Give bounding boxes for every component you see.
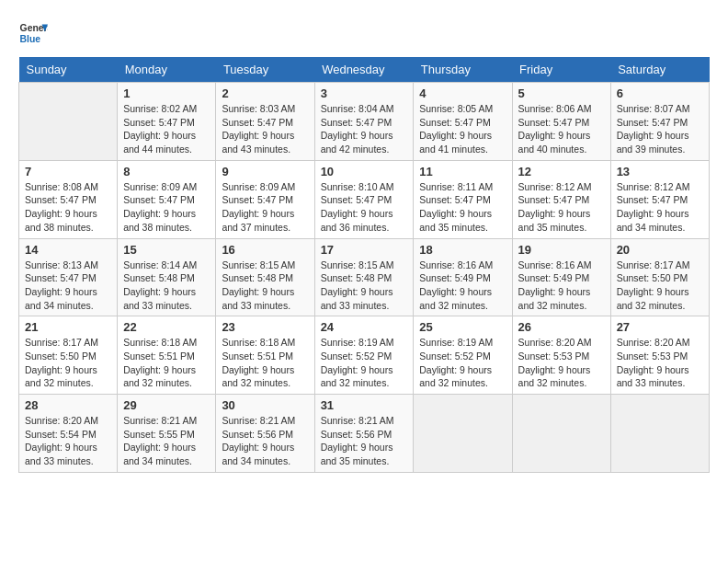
sunrise-label: Sunrise: 8:19 AM (321, 337, 394, 348)
day-info: Sunrise: 8:10 AM Sunset: 5:47 PM Dayligh… (321, 180, 408, 235)
sunset-label: Sunset: 5:53 PM (518, 350, 590, 362)
day-number: 26 (518, 320, 605, 334)
calendar-cell: 7 Sunrise: 8:08 AM Sunset: 5:47 PM Dayli… (19, 160, 118, 238)
sunset-label: Sunset: 5:55 PM (123, 429, 195, 440)
sunrise-label: Sunrise: 8:20 AM (25, 415, 98, 426)
daylight-label: Daylight: 9 hours and 33 minutes. (222, 286, 294, 311)
day-info: Sunrise: 8:13 AM Sunset: 5:47 PM Dayligh… (25, 259, 111, 313)
day-number: 13 (617, 165, 703, 178)
calendar-cell: 26 Sunrise: 8:20 AM Sunset: 5:53 PM Dayl… (512, 316, 610, 395)
sunrise-label: Sunrise: 8:16 AM (518, 259, 592, 270)
day-info: Sunrise: 8:09 AM Sunset: 5:47 PM Dayligh… (222, 180, 308, 235)
day-info: Sunrise: 8:21 AM Sunset: 5:56 PM Dayligh… (222, 414, 308, 468)
sunset-label: Sunset: 5:47 PM (25, 272, 97, 283)
sunset-label: Sunset: 5:47 PM (222, 117, 293, 128)
daylight-label: Daylight: 9 hours and 32 minutes. (321, 364, 393, 389)
sunset-label: Sunset: 5:49 PM (419, 272, 491, 283)
daylight-label: Daylight: 9 hours and 35 minutes. (419, 208, 492, 233)
sunset-label: Sunset: 5:47 PM (617, 194, 688, 205)
sunrise-label: Sunrise: 8:08 AM (25, 181, 98, 192)
day-number: 6 (617, 86, 703, 100)
sunrise-label: Sunrise: 8:05 AM (419, 103, 493, 114)
daylight-label: Daylight: 9 hours and 33 minutes. (617, 364, 689, 389)
day-number: 27 (617, 320, 703, 334)
sunrise-label: Sunrise: 8:16 AM (419, 259, 493, 270)
calendar-cell: 29 Sunrise: 8:21 AM Sunset: 5:55 PM Dayl… (118, 395, 216, 473)
daylight-label: Daylight: 9 hours and 37 minutes. (222, 208, 294, 233)
daylight-label: Daylight: 9 hours and 32 minutes. (419, 286, 492, 311)
day-number: 19 (518, 243, 605, 257)
day-number: 28 (25, 398, 111, 412)
day-info: Sunrise: 8:12 AM Sunset: 5:47 PM Dayligh… (617, 180, 703, 235)
calendar-cell: 21 Sunrise: 8:17 AM Sunset: 5:50 PM Dayl… (19, 316, 118, 395)
day-number: 29 (123, 398, 210, 412)
day-info: Sunrise: 8:04 AM Sunset: 5:47 PM Dayligh… (321, 102, 408, 156)
sunrise-label: Sunrise: 8:07 AM (617, 103, 690, 114)
day-number: 30 (222, 398, 308, 412)
day-info: Sunrise: 8:21 AM Sunset: 5:55 PM Dayligh… (123, 414, 210, 468)
day-header-thursday: Thursday (414, 57, 512, 83)
sunrise-label: Sunrise: 8:12 AM (617, 181, 690, 192)
daylight-label: Daylight: 9 hours and 32 minutes. (518, 286, 591, 311)
day-header-saturday: Saturday (610, 57, 709, 83)
calendar-cell: 20 Sunrise: 8:17 AM Sunset: 5:50 PM Dayl… (610, 238, 709, 316)
sunset-label: Sunset: 5:47 PM (518, 117, 590, 128)
sunrise-label: Sunrise: 8:04 AM (321, 103, 394, 114)
calendar-cell: 25 Sunrise: 8:19 AM Sunset: 5:52 PM Dayl… (414, 316, 512, 395)
calendar-cell: 27 Sunrise: 8:20 AM Sunset: 5:53 PM Dayl… (610, 316, 709, 395)
sunset-label: Sunset: 5:49 PM (518, 272, 590, 283)
day-info: Sunrise: 8:16 AM Sunset: 5:49 PM Dayligh… (419, 259, 506, 313)
sunrise-label: Sunrise: 8:02 AM (123, 103, 197, 114)
sunset-label: Sunset: 5:47 PM (123, 117, 195, 128)
calendar-cell: 24 Sunrise: 8:19 AM Sunset: 5:52 PM Dayl… (314, 316, 414, 395)
calendar-cell (512, 395, 610, 473)
sunrise-label: Sunrise: 8:17 AM (25, 337, 98, 348)
day-header-friday: Friday (512, 57, 610, 83)
daylight-label: Daylight: 9 hours and 41 minutes. (419, 130, 492, 155)
calendar-cell: 14 Sunrise: 8:13 AM Sunset: 5:47 PM Dayl… (19, 238, 118, 316)
day-number: 23 (222, 320, 308, 334)
day-info: Sunrise: 8:19 AM Sunset: 5:52 PM Dayligh… (321, 336, 408, 390)
day-number: 20 (617, 243, 703, 257)
sunrise-label: Sunrise: 8:19 AM (419, 337, 493, 348)
day-number: 12 (518, 165, 605, 178)
day-number: 7 (25, 165, 111, 178)
day-number: 31 (321, 398, 408, 412)
day-info: Sunrise: 8:18 AM Sunset: 5:51 PM Dayligh… (123, 336, 210, 390)
day-number: 3 (321, 86, 408, 100)
sunset-label: Sunset: 5:53 PM (617, 350, 688, 362)
sunset-label: Sunset: 5:56 PM (222, 429, 293, 440)
calendar-cell: 28 Sunrise: 8:20 AM Sunset: 5:54 PM Dayl… (19, 395, 118, 473)
sunrise-label: Sunrise: 8:17 AM (617, 259, 690, 270)
day-info: Sunrise: 8:21 AM Sunset: 5:56 PM Dayligh… (321, 414, 408, 468)
calendar-cell: 1 Sunrise: 8:02 AM Sunset: 5:47 PM Dayli… (118, 83, 216, 161)
daylight-label: Daylight: 9 hours and 38 minutes. (123, 208, 196, 233)
sunset-label: Sunset: 5:54 PM (25, 429, 97, 440)
sunset-label: Sunset: 5:47 PM (321, 117, 392, 128)
day-info: Sunrise: 8:07 AM Sunset: 5:47 PM Dayligh… (617, 102, 703, 156)
day-number: 8 (123, 165, 210, 178)
calendar-cell: 15 Sunrise: 8:14 AM Sunset: 5:48 PM Dayl… (118, 238, 216, 316)
sunset-label: Sunset: 5:47 PM (617, 117, 688, 128)
day-number: 16 (222, 243, 308, 257)
sunrise-label: Sunrise: 8:09 AM (123, 181, 197, 192)
sunset-label: Sunset: 5:56 PM (321, 429, 392, 440)
day-number: 18 (419, 243, 506, 257)
sunset-label: Sunset: 5:47 PM (518, 194, 590, 205)
week-row-2: 14 Sunrise: 8:13 AM Sunset: 5:47 PM Dayl… (19, 238, 710, 316)
logo-icon: General Blue (18, 18, 48, 48)
daylight-label: Daylight: 9 hours and 35 minutes. (518, 208, 591, 233)
calendar-cell: 8 Sunrise: 8:09 AM Sunset: 5:47 PM Dayli… (118, 160, 216, 238)
daylight-label: Daylight: 9 hours and 32 minutes. (222, 364, 294, 389)
sunrise-label: Sunrise: 8:11 AM (419, 181, 493, 192)
day-header-sunday: Sunday (19, 57, 118, 83)
day-number: 22 (123, 320, 210, 334)
sunset-label: Sunset: 5:48 PM (321, 272, 392, 283)
calendar-cell: 23 Sunrise: 8:18 AM Sunset: 5:51 PM Dayl… (216, 316, 314, 395)
day-info: Sunrise: 8:16 AM Sunset: 5:49 PM Dayligh… (518, 259, 605, 313)
day-info: Sunrise: 8:17 AM Sunset: 5:50 PM Dayligh… (617, 259, 703, 313)
daylight-label: Daylight: 9 hours and 33 minutes. (25, 442, 97, 466)
day-info: Sunrise: 8:20 AM Sunset: 5:54 PM Dayligh… (25, 414, 111, 468)
daylight-label: Daylight: 9 hours and 34 minutes. (25, 286, 97, 311)
day-number: 24 (321, 320, 408, 334)
